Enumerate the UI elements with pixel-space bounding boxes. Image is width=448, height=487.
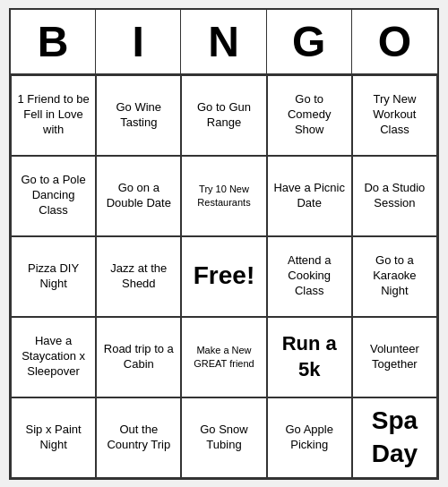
- bingo-cell-21: Out the Country Trip: [96, 397, 181, 478]
- bingo-cell-22: Go Snow Tubing: [181, 397, 266, 478]
- bingo-cell-6: Go on a Double Date: [96, 156, 181, 236]
- bingo-cell-11: Jazz at the Shedd: [96, 236, 181, 317]
- bingo-cell-20: Sip x Paint Night: [11, 397, 96, 478]
- bingo-cell-24: Spa Day: [352, 397, 437, 478]
- bingo-cell-5: Go to a Pole Dancing Class: [11, 156, 96, 236]
- bingo-cell-10: Pizza DIY Night: [11, 236, 96, 317]
- bingo-cell-19: Volunteer Together: [352, 317, 437, 397]
- bingo-letter-g: G: [267, 10, 352, 73]
- bingo-cell-9: Do a Studio Session: [352, 156, 437, 236]
- bingo-cell-7: Try 10 New Restaurants: [181, 156, 266, 236]
- bingo-cell-3: Go to Comedy Show: [267, 75, 352, 156]
- bingo-cell-2: Go to Gun Range: [181, 75, 266, 156]
- bingo-header: BINGO: [11, 10, 437, 75]
- bingo-letter-o: O: [352, 10, 437, 73]
- bingo-cell-8: Have a Picnic Date: [267, 156, 352, 236]
- bingo-cell-14: Go to a Karaoke Night: [352, 236, 437, 317]
- bingo-letter-b: B: [11, 10, 96, 73]
- bingo-cell-15: Have a Staycation x Sleepover: [11, 317, 96, 397]
- bingo-cell-13: Attend a Cooking Class: [267, 236, 352, 317]
- bingo-cell-4: Try New Workout Class: [352, 75, 437, 156]
- bingo-letter-n: N: [181, 10, 266, 73]
- bingo-cell-16: Road trip to a Cabin: [96, 317, 181, 397]
- bingo-grid: 1 Friend to be Fell in Love withGo Wine …: [11, 75, 437, 478]
- bingo-cell-17: Make a New GREAT friend: [181, 317, 266, 397]
- bingo-cell-23: Go Apple Picking: [267, 397, 352, 478]
- bingo-cell-18: Run a 5k: [267, 317, 352, 397]
- bingo-cell-12: Free!: [181, 236, 266, 317]
- bingo-cell-0: 1 Friend to be Fell in Love with: [11, 75, 96, 156]
- bingo-card: BINGO 1 Friend to be Fell in Love withGo…: [9, 8, 439, 480]
- bingo-cell-1: Go Wine Tasting: [96, 75, 181, 156]
- bingo-letter-i: I: [96, 10, 181, 73]
